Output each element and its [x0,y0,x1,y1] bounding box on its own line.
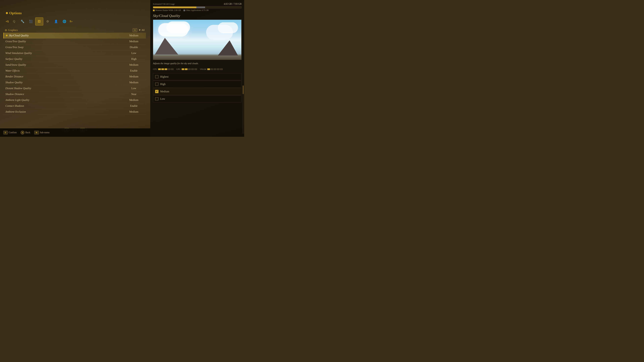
title-text: Options [9,11,22,15]
legend-dot-other [184,9,185,11]
setting-name-sand-snow: Sand/Snow Quality [5,63,26,66]
setting-distant-shadow[interactable]: Distant Shadow Quality Low [3,85,146,91]
section-title-text: Graphics [8,29,18,32]
setting-name-distant-shadow: Distant Shadow Quality [5,87,31,90]
perf-vram-bar-1 [207,68,210,70]
title-dot [6,12,8,14]
preview-title: Sky/Cloud Quality [153,13,242,18]
filter-all[interactable]: ▼ All [138,29,144,31]
setting-ambient-light[interactable]: Ambient Light Quality Medium [3,97,146,103]
tab-character[interactable]: 👤 [52,17,60,25]
setting-contact-shadows[interactable]: Contact Shadows Enable [3,103,146,109]
quality-option-low[interactable]: Low [153,95,242,102]
setting-shadow-distance[interactable]: Shadow Distance Near [3,91,146,97]
tab-display[interactable]: ⬛ [27,17,35,25]
perf-cpu: CPU [153,68,174,70]
setting-wind-simulation[interactable]: Wind Simulation Quality Low [3,50,146,56]
tab-wrench[interactable]: 🔧 [18,17,26,25]
setting-sand-snow[interactable]: Sand/Snow Quality Medium [3,62,146,68]
quality-option-medium[interactable]: ✓ Medium [153,88,242,95]
mountain-decoration-right [218,40,238,55]
setting-value-contact-shadows: Enable [124,104,144,107]
setting-surface-quality[interactable]: Surface Quality High [3,56,146,62]
setting-value-surface-quality: High [124,57,144,60]
setting-name-ambient-occlusion: Ambient Occlusion [5,110,26,113]
setting-value-ambient-occlusion: Medium [124,110,144,113]
perf-gpu-bar-4 [191,68,194,70]
confirm-label: Confirm [9,131,16,134]
perf-vram-bar-5 [220,68,223,70]
quality-options-list: Highest High ✓ Medium Low [153,73,242,102]
setting-name-wind-simulation: Wind Simulation Quality [5,52,32,55]
filter-icon: ▼ [138,29,141,31]
perf-vram-bar-4 [217,68,220,70]
perf-vram: VRAM [200,68,223,70]
right-panel: Estimated VRAM Usage 4.65 GB / 7.93 GB M… [150,0,244,137]
setting-name-shadow-quality: Shadow Quality [5,81,23,84]
submenu-label: Sub-menu [40,131,50,134]
perf-vram-bars [207,68,223,70]
vram-legend: Monster Hunter Wilds 3.90 GB Other Appli… [153,9,242,11]
legend-mhw: Monster Hunter Wilds 3.90 GB [153,9,181,11]
legend-other-value: 0.75 GB [202,9,209,11]
setting-name-grass-tree-quality: Grass/Tree Quality [5,40,26,43]
legend-other-label: Other Applications [186,9,201,11]
setting-value-distant-shadow: Low [124,87,144,90]
quality-label-low: Low [160,97,165,100]
back-key[interactable]: 0 [21,131,24,134]
setting-value-water-effects: Enable [124,69,144,72]
setting-value-shadow-quality: Medium [124,81,144,84]
setting-value-ambient-light: Medium [124,98,144,102]
quality-label-medium: Medium [160,90,169,93]
setting-render-distance[interactable]: Render Distance Medium [3,74,146,80]
tab-nav-right[interactable]: E» [69,19,74,23]
tab-q[interactable]: Q [10,17,18,25]
perf-vram-bar-3 [214,68,216,70]
preview-description: Adjusts the image quality for the sky an… [153,62,242,65]
perf-vram-bar-2 [210,68,213,70]
perf-gpu-bar-1 [182,68,184,70]
filter-x-button[interactable]: X [133,28,137,32]
setting-name-contact-shadows: Contact Shadows [5,104,24,107]
quality-scrollbar[interactable] [242,85,244,133]
confirm-key[interactable]: F [3,131,8,134]
vram-section: Estimated VRAM Usage 4.65 GB / 7.93 GB M… [153,3,242,11]
left-panel: Options «Q Q 🔧 ⬛ 🖼 ⚙ 👤 🌐 E» ⚙ Graphics X… [3,11,146,133]
vram-bar-other [196,6,205,8]
setting-grass-tree-quality[interactable]: Grass/Tree Quality Medium [3,38,146,44]
vram-bar-mhw [153,6,196,8]
checkmark-icon: ✓ [156,90,158,93]
perf-gpu-bar-3 [188,68,191,70]
action-submenu: R Sub-menu [34,131,50,134]
perf-cpu-bar-2 [161,68,164,70]
setting-water-effects[interactable]: Water Effects Enable [3,68,146,74]
preview-image [153,19,242,60]
section-title: ⚙ Graphics [5,29,18,32]
quality-option-highest[interactable]: Highest [153,73,242,80]
performance-section: CPU GPU VRAM [153,68,242,70]
scrollbar-thumb[interactable] [243,86,244,94]
setting-ambient-occlusion[interactable]: Ambient Occlusion Medium [3,109,146,115]
setting-sky-cloud[interactable]: Sky/Cloud Quality Medium [3,33,146,38]
quality-checkbox-medium: ✓ [155,90,158,93]
setting-name-shadow-distance: Shadow Distance [5,93,24,96]
setting-grass-tree-sway[interactable]: Grass/Tree Sway Disable [3,44,146,50]
perf-gpu-label: GPU [176,68,180,70]
tab-graphics[interactable]: 🖼 [35,17,43,25]
quality-option-high[interactable]: High [153,81,242,88]
perf-cpu-bar-3 [164,68,167,70]
perf-cpu-bar-5 [171,68,174,70]
vram-bar-container [153,6,242,8]
setting-value-sand-snow: Medium [124,63,144,66]
tab-network[interactable]: 🌐 [60,17,68,25]
perf-gpu-bar-5 [194,68,197,70]
setting-shadow-quality[interactable]: Shadow Quality Medium [3,80,146,85]
action-bar: F Confirm 0 Back R Sub-menu [0,128,150,137]
tab-bar: «Q Q 🔧 ⬛ 🖼 ⚙ 👤 🌐 E» [3,17,146,26]
vram-current: 4.65 GB [224,3,232,5]
tab-nav-left[interactable]: «Q [5,19,10,23]
submenu-key[interactable]: R [34,131,39,134]
tab-settings[interactable]: ⚙ [44,17,52,25]
setting-value-sky-cloud: Medium [124,34,144,37]
setting-name-grass-tree-sway: Grass/Tree Sway [5,46,24,49]
